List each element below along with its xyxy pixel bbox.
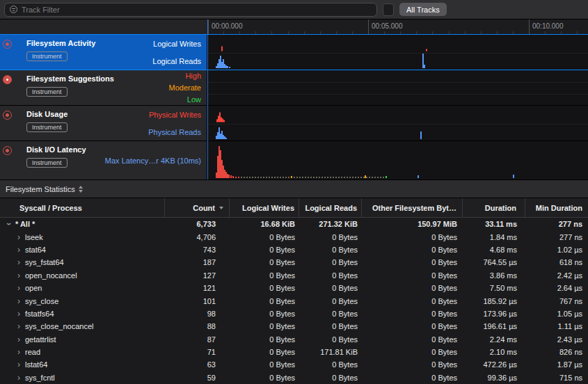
value-cell-duration: 3.86 ms <box>463 269 525 282</box>
disclosure-chevron-icon[interactable]: › <box>15 285 22 291</box>
ruler-minor-tick <box>416 31 417 34</box>
disclosure-chevron-icon[interactable]: › <box>15 310 22 317</box>
column-header-label: Count <box>193 204 215 212</box>
value-cell-other-filesystem-byt: 0 Bytes <box>362 346 463 358</box>
value-cell-count: 6,733 <box>165 218 230 230</box>
track-plot <box>207 141 588 179</box>
table-row-lseek[interactable]: ›lseek4,7060 Bytes0 Bytes0 Bytes1.84 ms2… <box>0 230 588 243</box>
value-cell-logical-reads: 0 Bytes <box>299 256 362 269</box>
ruler-tick: 00:00.000 <box>208 19 209 34</box>
value-cell-logical-reads: 0 Bytes <box>299 333 362 346</box>
track-row-filesystem-suggestions[interactable]: Filesystem SuggestionsInstrumentHighMode… <box>0 70 588 106</box>
disclosure-chevron-icon[interactable]: › <box>15 349 22 355</box>
value-cell-logical-reads: 0 Bytes <box>299 307 362 320</box>
table-row-sys-close-nocancel[interactable]: ›sys_close_nocancel880 Bytes0 Bytes0 Byt… <box>0 320 588 333</box>
table-row-all[interactable]: ›* All *6,73316.68 KiB271.32 KiB150.97 M… <box>0 218 588 230</box>
disclosure-chevron-icon[interactable]: › <box>15 272 22 279</box>
column-header-min-duration[interactable]: Min Duration <box>525 198 588 217</box>
track-graph-filesystem-activity[interactable] <box>207 35 588 70</box>
ruler-minor-tick <box>320 31 321 34</box>
table-row-sys-close[interactable]: ›sys_close1010 Bytes0 Bytes0 Bytes185.92… <box>0 294 588 307</box>
track-row-filesystem-activity[interactable]: Filesystem ActivityInstrumentLogical Wri… <box>0 35 588 70</box>
disclosure-chevron-icon[interactable]: › <box>6 221 13 227</box>
column-header-logical-reads[interactable]: Logical Reads <box>299 198 362 217</box>
track-header-filesystem-activity[interactable]: Filesystem ActivityInstrumentLogical Wri… <box>0 35 207 70</box>
value-cell-logical-writes: 0 Bytes <box>230 320 299 333</box>
ruler-minor-tick <box>223 31 224 34</box>
table-row-open[interactable]: ›open1210 Bytes0 Bytes0 Bytes7.50 ms2.64… <box>0 282 588 294</box>
value-cell-logical-writes: 0 Bytes <box>230 294 299 307</box>
table-row-sys-fcntl[interactable]: ›sys_fcntl590 Bytes0 Bytes0 Bytes99.36 µ… <box>0 371 588 384</box>
ruler-minor-tick <box>513 31 514 34</box>
detail-view-selector[interactable]: Filesystem Statistics <box>6 185 83 193</box>
track-title: Filesystem Activity <box>26 39 95 47</box>
track-info: Disk UsageInstrument <box>14 106 67 141</box>
value-cell-duration: 196.61 µs <box>463 320 525 333</box>
filter-options-button[interactable] <box>383 3 394 16</box>
track-lane-labels: Max Latency…r 4KB (10ms) <box>105 141 201 179</box>
playhead[interactable] <box>207 19 208 179</box>
syscall-name: sys_fcntl <box>25 374 55 382</box>
value-cell-other-filesystem-byt: 0 Bytes <box>362 243 463 256</box>
track-row-disk-usage[interactable]: Disk UsageInstrumentPhysical WritesPhysi… <box>0 106 588 141</box>
table-row-open-nocancel[interactable]: ›open_nocancel1270 Bytes0 Bytes0 Bytes3.… <box>0 269 588 282</box>
table-row-read[interactable]: ›read710 Bytes171.81 KiB0 Bytes2.10 ms82… <box>0 346 588 358</box>
column-header-syscall-process[interactable]: Syscall / Process <box>0 198 165 217</box>
syscall-name: read <box>25 348 40 356</box>
value-cell-min-duration: 1.02 µs <box>525 243 588 256</box>
table-row-stat64[interactable]: ›stat647430 Bytes0 Bytes0 Bytes4.68 ms1.… <box>0 243 588 256</box>
disclosure-chevron-icon[interactable]: › <box>15 336 22 343</box>
value-cell-min-duration: 1.05 µs <box>525 307 588 320</box>
column-header-label: Logical Reads <box>305 204 357 212</box>
value-cell-count: 71 <box>165 346 230 358</box>
disclosure-chevron-icon[interactable]: › <box>15 298 22 305</box>
table-row-getattrlist[interactable]: ›getattrlist870 Bytes0 Bytes0 Bytes2.24 … <box>0 333 588 346</box>
track-row-disk-i-o-latency[interactable]: Disk I/O LatencyInstrumentMax Latency…r … <box>0 141 588 180</box>
track-filter-field[interactable] <box>4 3 377 17</box>
sort-indicator-icon <box>219 207 223 209</box>
track-lane-labels: Physical WritesPhysical Reads <box>148 106 201 141</box>
ruler-tick-label: 00:00.000 <box>212 22 243 30</box>
column-header-duration[interactable]: Duration <box>463 198 525 217</box>
syscall-cell: ›fstatfs64 <box>0 307 165 320</box>
value-cell-logical-writes: 0 Bytes <box>230 333 299 346</box>
value-cell-min-duration: 1.87 µs <box>525 358 588 371</box>
disclosure-chevron-icon[interactable]: › <box>15 246 22 253</box>
stats-table-header: Syscall / ProcessCountLogical WritesLogi… <box>0 198 588 218</box>
column-header-logical-writes[interactable]: Logical Writes <box>230 198 299 217</box>
ruler-minor-tick <box>497 31 498 34</box>
value-cell-duration: 764.55 µs <box>463 256 525 269</box>
disclosure-chevron-icon[interactable]: › <box>15 374 22 381</box>
timeline-ruler[interactable]: 00:00.00000:05.00000:10.000 <box>207 19 588 35</box>
value-cell-other-filesystem-byt: 150.97 MiB <box>362 218 463 230</box>
syscall-name: getattrlist <box>25 335 56 344</box>
ruler-minor-tick <box>400 31 401 34</box>
track-graph-filesystem-suggestions[interactable] <box>207 70 588 105</box>
track-header-filesystem-suggestions[interactable]: Filesystem SuggestionsInstrumentHighMode… <box>0 70 207 105</box>
disclosure-chevron-icon[interactable]: › <box>15 234 22 241</box>
value-cell-min-duration: 2.43 µs <box>525 333 588 346</box>
track-filter-input[interactable] <box>22 6 372 14</box>
syscall-name: fstatfs64 <box>25 310 54 318</box>
track-header-disk-i-o-latency[interactable]: Disk I/O LatencyInstrumentMax Latency…r … <box>0 141 207 179</box>
value-cell-other-filesystem-byt: 0 Bytes <box>362 371 463 384</box>
track-header-disk-usage[interactable]: Disk UsageInstrumentPhysical WritesPhysi… <box>0 106 207 141</box>
track-graph-disk-usage[interactable] <box>207 106 588 141</box>
disclosure-chevron-icon[interactable]: › <box>15 323 22 330</box>
value-cell-duration: 7.50 ms <box>463 282 525 294</box>
value-cell-logical-reads: 271.32 KiB <box>299 218 362 230</box>
track-info: Filesystem SuggestionsInstrument <box>14 70 114 105</box>
column-header-other-filesystem-byt[interactable]: Other Filesystem Byt… <box>362 198 463 217</box>
track-graph-disk-i-o-latency[interactable] <box>207 141 588 179</box>
lane-label: Logical Writes <box>153 40 201 48</box>
value-cell-other-filesystem-byt: 0 Bytes <box>362 320 463 333</box>
disclosure-chevron-icon[interactable]: › <box>15 259 22 266</box>
table-row-sys-fstat64[interactable]: ›sys_fstat641870 Bytes0 Bytes0 Bytes764.… <box>0 256 588 269</box>
table-row-lstat64[interactable]: ›lstat64630 Bytes0 Bytes0 Bytes472.26 µs… <box>0 358 588 371</box>
value-cell-logical-reads: 0 Bytes <box>299 371 362 384</box>
chevron-up-down-icon <box>79 186 83 193</box>
all-tracks-button[interactable]: All Tracks <box>399 3 447 16</box>
table-row-fstatfs64[interactable]: ›fstatfs64980 Bytes0 Bytes0 Bytes173.96 … <box>0 307 588 320</box>
column-header-count[interactable]: Count <box>165 198 230 217</box>
disclosure-chevron-icon[interactable]: › <box>15 361 22 368</box>
